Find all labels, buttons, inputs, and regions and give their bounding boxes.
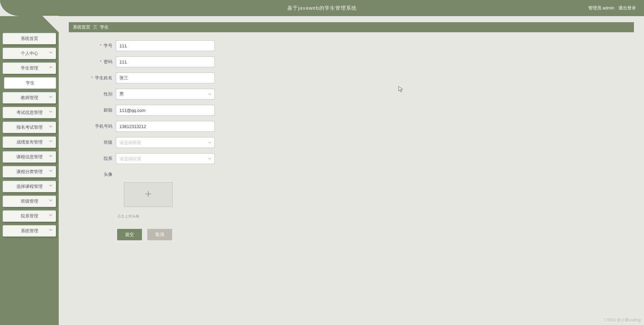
breadcrumb-current: 学生 xyxy=(100,24,109,30)
sidebar-item-label: 个人中心 xyxy=(21,50,38,56)
student-no-field[interactable] xyxy=(116,40,215,51)
sidebar-item-student-mgmt[interactable]: 学生管理 xyxy=(3,63,56,74)
phone-field[interactable] xyxy=(116,121,215,132)
chevron-down-icon xyxy=(49,183,52,187)
gender-select[interactable] xyxy=(116,89,215,99)
email-field[interactable] xyxy=(116,105,215,116)
logout-link[interactable]: 退出登录 xyxy=(618,5,636,11)
sidebar-item-exam-signup-mgmt[interactable]: 报名考试管理 xyxy=(3,122,56,133)
submit-button[interactable]: 提交 xyxy=(117,229,142,240)
sidebar-item-student[interactable]: 学生 xyxy=(4,77,56,89)
gender-select-value[interactable] xyxy=(116,89,215,99)
app-title: 基于javaweb的学生管理系统 xyxy=(287,5,356,11)
sidebar-item-department-mgmt[interactable]: 院系管理 xyxy=(3,210,56,222)
cancel-button[interactable]: 取消 xyxy=(147,229,172,240)
label-phone: 手机号码 xyxy=(72,123,116,129)
chevron-down-icon xyxy=(49,154,52,157)
main-content: 系统首页 三 学生 * 学号 * 密码 * xyxy=(59,16,644,325)
sidebar-item-label: 教师管理 xyxy=(21,95,38,101)
required-asterisk-icon: * xyxy=(91,76,93,80)
avatar-upload-box[interactable] xyxy=(124,182,173,207)
sidebar-item-course-info-mgmt[interactable]: 课程信息管理 xyxy=(3,151,56,163)
sidebar-item-label: 考试信息管理 xyxy=(16,110,43,116)
chevron-down-icon xyxy=(49,213,52,216)
sidebar-item-home[interactable]: 系统首页 xyxy=(3,33,56,44)
sidebar-item-class-mgmt[interactable]: 班级管理 xyxy=(3,196,56,207)
sidebar-item-label: 选择课程管理 xyxy=(16,184,43,190)
class-select-value[interactable] xyxy=(116,137,215,148)
chevron-down-icon xyxy=(49,168,52,172)
label-avatar: 头像 xyxy=(72,169,116,177)
class-select[interactable] xyxy=(116,137,215,148)
sidebar: 系统首页 个人中心 学生管理 学生 教师管理 考试信息管理 xyxy=(0,16,59,325)
sidebar-item-score-publish-mgmt[interactable]: 成绩发布管理 xyxy=(3,136,56,148)
label-email: 邮箱 xyxy=(72,107,116,113)
required-asterisk-icon: * xyxy=(100,59,102,64)
sidebar-item-label: 报名考试管理 xyxy=(16,124,43,130)
sidebar-item-label: 系统管理 xyxy=(21,228,38,234)
chevron-down-icon xyxy=(49,198,52,201)
chevron-up-icon xyxy=(49,65,52,68)
sidebar-item-label: 班级管理 xyxy=(21,198,38,204)
breadcrumb: 系统首页 三 学生 xyxy=(69,22,634,32)
breadcrumb-root[interactable]: 系统首页 xyxy=(73,24,90,30)
sidebar-item-label: 系统首页 xyxy=(21,36,38,42)
department-select-value[interactable] xyxy=(116,153,215,164)
sidebar-item-course-category-mgmt[interactable]: 课程分类管理 xyxy=(3,166,56,177)
top-bar: 基于javaweb的学生管理系统 管理员 admin 退出登录 xyxy=(0,0,644,16)
breadcrumb-separator-icon: 三 xyxy=(93,24,97,30)
label-student-no: * 学号 xyxy=(72,43,116,49)
chevron-down-icon xyxy=(49,50,52,53)
required-asterisk-icon: * xyxy=(100,43,102,48)
label-student-name: * 学生姓名 xyxy=(72,75,116,81)
sidebar-item-course-select-mgmt[interactable]: 选择课程管理 xyxy=(3,181,56,192)
sidebar-item-label: 院系管理 xyxy=(21,213,38,219)
sidebar-item-label: 课程分类管理 xyxy=(16,169,43,175)
label-password: * 密码 xyxy=(72,59,116,65)
sidebar-item-label: 学生管理 xyxy=(21,65,38,71)
sidebar-item-teacher-mgmt[interactable]: 教师管理 xyxy=(3,92,56,104)
label-gender: 性别 xyxy=(72,91,116,97)
current-user-label[interactable]: 管理员 admin xyxy=(588,5,614,11)
avatar-upload-hint: 点击上传头像 xyxy=(117,214,388,219)
chevron-down-icon xyxy=(49,139,52,142)
student-name-field[interactable] xyxy=(116,73,215,83)
chevron-down-icon xyxy=(49,109,52,113)
department-select[interactable] xyxy=(116,153,215,164)
chevron-down-icon xyxy=(49,228,52,231)
sidebar-item-label: 成绩发布管理 xyxy=(16,139,43,145)
chevron-down-icon xyxy=(49,124,52,127)
sidebar-item-system-mgmt[interactable]: 系统管理 xyxy=(3,225,56,237)
student-form: * 学号 * 密码 * 学生姓名 xyxy=(69,32,391,244)
plus-icon xyxy=(144,190,153,200)
sidebar-item-personal[interactable]: 个人中心 xyxy=(3,48,56,59)
sidebar-item-label: 课程信息管理 xyxy=(16,154,43,160)
label-department: 院系 xyxy=(72,156,116,162)
top-right-group: 管理员 admin 退出登录 xyxy=(588,0,636,16)
label-class: 班级 xyxy=(72,139,116,146)
sidebar-item-exam-info-mgmt[interactable]: 考试信息管理 xyxy=(3,107,56,118)
sidebar-item-label: 学生 xyxy=(26,80,35,86)
password-field[interactable] xyxy=(116,56,215,67)
chevron-down-icon xyxy=(49,94,52,98)
